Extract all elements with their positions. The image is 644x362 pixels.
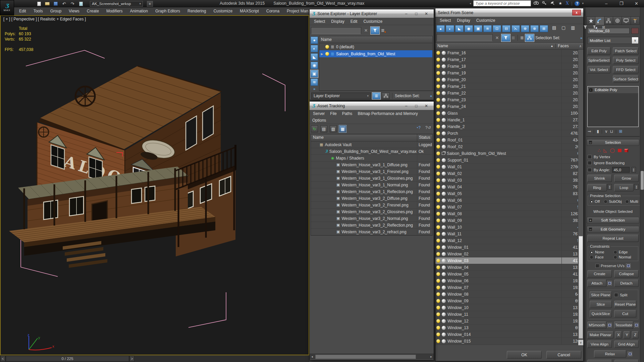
select-from-scene-title-bar[interactable]: Select From Scene x — [435, 8, 583, 17]
help-chevron-icon[interactable]: ▾ — [582, 2, 584, 5]
workspace-manage-button[interactable]: ≡ — [147, 1, 153, 7]
filter-funnel-button[interactable] — [371, 27, 379, 34]
ok-button[interactable]: OK — [507, 351, 542, 359]
display-lights-icon[interactable]: ◣ — [455, 25, 464, 32]
visibility-bulb-icon[interactable] — [436, 98, 440, 102]
list-mode-icon[interactable]: ▤ — [552, 25, 560, 32]
visibility-bulb-icon[interactable] — [436, 212, 440, 216]
scene-object-row[interactable]: Window_12 192 — [435, 318, 583, 324]
modifier-button[interactable]: Poly Select — [613, 57, 639, 64]
visibility-bulb-icon[interactable] — [436, 91, 440, 95]
display-lights-icon[interactable]: ◣ — [311, 53, 318, 61]
scene-object-row[interactable]: Wall_12 5 — [435, 237, 583, 244]
menu-item[interactable]: Edit — [15, 8, 30, 14]
visibility-bulb-icon[interactable] — [325, 52, 329, 56]
remove-modifier-icon[interactable]: ⊔ — [610, 129, 613, 134]
display-cameras-icon[interactable]: ◉ — [311, 62, 318, 69]
menu-item[interactable]: Rendering — [184, 8, 210, 14]
more-chevrons-icon[interactable]: » — [430, 94, 432, 98]
visibility-bulb-icon[interactable] — [436, 272, 440, 276]
visibility-bulb-icon[interactable] — [436, 279, 440, 283]
tessellate-button[interactable]: Tessellate — [614, 321, 633, 329]
scene-object-row[interactable]: Frame_17 202 — [435, 56, 583, 63]
tessellate-settings-icon[interactable] — [634, 323, 639, 327]
scene-object-row[interactable]: Window_07 192 — [435, 284, 583, 291]
scene-object-row[interactable]: Window_09 69 — [435, 298, 583, 304]
scene-object-row[interactable]: Frame_23 202 — [435, 97, 583, 103]
scene-object-row[interactable]: Frame_20 202 — [435, 76, 583, 83]
cut-button[interactable]: Cut — [614, 310, 636, 317]
display-spacewarps-icon[interactable]: ≋ — [311, 78, 318, 86]
visibility-bulb-icon[interactable] — [436, 259, 440, 262]
help-query-icon[interactable]: ?↺ — [425, 125, 432, 132]
name-column-header[interactable]: Name — [311, 134, 417, 141]
menu-item[interactable]: Customize — [473, 17, 498, 23]
loop-spinner[interactable]: ▲▼ — [634, 184, 639, 190]
scene-object-row[interactable]: Window_03 412 — [435, 257, 583, 264]
constraint-edge-radio[interactable] — [613, 250, 617, 254]
scene-object-row[interactable]: Wall_01 2766 — [435, 164, 583, 170]
visibility-bulb-icon[interactable] — [436, 84, 440, 88]
visibility-bulb-icon[interactable] — [436, 131, 440, 135]
menu-item[interactable]: Corona — [263, 8, 283, 14]
show-end-result-icon[interactable]: ▮ — [597, 129, 599, 134]
repeat-last-button[interactable]: Repeat Last — [587, 235, 639, 242]
scene-object-row[interactable]: Window_01 412 — [435, 244, 583, 251]
menu-item[interactable]: Paths — [339, 111, 355, 117]
preserve-uvs-checkbox[interactable] — [595, 264, 599, 268]
restore-button[interactable]: ❐ — [614, 0, 629, 7]
menu-item[interactable]: Bitmap Performance and Memory — [355, 111, 420, 117]
asset-row[interactable]: Western_House_var3_1_Normal.png Found — [311, 182, 432, 188]
minimize-icon[interactable]: – — [401, 11, 411, 16]
scroll-left-icon[interactable]: ◂ — [310, 355, 315, 358]
faces-column-header[interactable]: Faces — [555, 44, 578, 48]
display-groups-icon[interactable]: ⊡ — [493, 25, 501, 32]
visibility-bulb-icon[interactable] — [436, 245, 440, 249]
scene-object-row[interactable]: Wall_06 6 — [435, 197, 583, 204]
pin-stack-icon[interactable]: ⊸ — [588, 129, 591, 134]
scroll-up-icon[interactable]: ∧ — [578, 44, 583, 48]
menu-item[interactable]: Display — [328, 18, 347, 24]
scene-object-row[interactable]: Window_10 131 — [435, 304, 583, 311]
visibility-bulb-icon[interactable] — [436, 178, 440, 182]
explorer-type-dropdown[interactable]: Layer Explorer▾ — [311, 93, 371, 99]
constraint-face-radio[interactable] — [590, 255, 593, 259]
ring-button[interactable]: Ring — [587, 184, 607, 191]
scroll-down-icon[interactable]: ∨ — [578, 340, 583, 345]
visibility-bulb-icon[interactable] — [436, 158, 440, 162]
asset-row[interactable]: Western_House_var3_2_Normal.png Found — [311, 215, 432, 222]
asset-row[interactable]: Maps / Shaders — [311, 155, 432, 162]
preview-multi-radio[interactable] — [625, 200, 629, 203]
scene-object-row[interactable]: Glass 1004 — [435, 110, 583, 117]
border-mode-icon[interactable]: ◯ — [610, 148, 615, 153]
visibility-bulb-icon[interactable] — [436, 58, 440, 61]
minimize-button[interactable]: – — [599, 0, 614, 7]
refresh-icon[interactable]: ↻ — [311, 125, 318, 132]
menu-item[interactable]: Tools — [30, 8, 47, 14]
layer-filter-icon[interactable]: ≣ — [512, 36, 515, 40]
cancel-button[interactable]: Cancel — [546, 351, 581, 359]
modifier-stack[interactable]: + Editable Poly — [587, 86, 639, 127]
angle-value-field[interactable]: 45,0 — [612, 167, 630, 173]
visibility-bulb-icon[interactable] — [436, 165, 440, 169]
asset-row[interactable]: Western_House_var3_2_Fresnel.png Found — [311, 202, 432, 208]
status-column-header[interactable]: Status — [417, 134, 432, 141]
edge-mode-icon[interactable]: ◺ — [603, 148, 607, 153]
preview-subobj-radio[interactable] — [604, 200, 607, 203]
preview-off-radio[interactable] — [590, 200, 593, 203]
search-binoculars-icon[interactable] — [533, 1, 539, 6]
search-input[interactable]: Type a keyword or phrase — [473, 0, 531, 6]
perspective-viewport[interactable]: [ + ] [ Perspective ] [ Realistic + Edge… — [0, 15, 309, 355]
filter-funnel-icon[interactable] — [583, 25, 592, 32]
scroll-thumb[interactable] — [641, 171, 644, 190]
msmooth-settings-icon[interactable] — [607, 323, 612, 327]
scene-object-row[interactable]: Frame_24 202 — [435, 103, 583, 110]
scene-object-row[interactable]: Support_01 7676 — [435, 157, 583, 164]
constraint-normal-radio[interactable] — [613, 255, 617, 259]
find-input[interactable] — [436, 34, 493, 41]
layer-row-selected[interactable]: ▶ ≣ Saloon_Building_from_Old_West — [319, 50, 432, 57]
panel-scrollbar[interactable] — [640, 7, 644, 362]
visibility-bulb-icon[interactable] — [436, 292, 440, 296]
expand-plus-icon[interactable]: + — [589, 88, 593, 92]
menu-item[interactable]: Edit — [347, 18, 361, 24]
